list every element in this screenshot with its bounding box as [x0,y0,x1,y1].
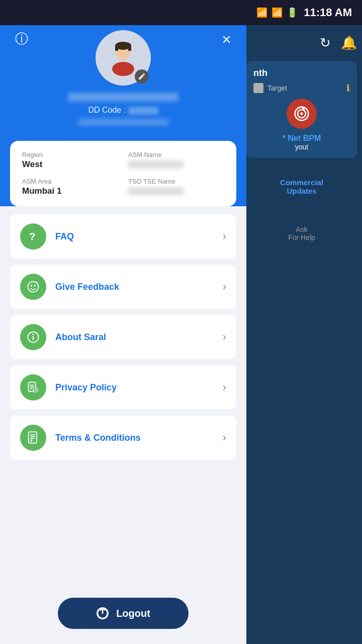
wifi-icon: 📶 [256,7,267,18]
faq-icon-circle: ? [20,223,46,250]
svg-rect-15 [33,336,34,340]
terms-icon-circle [20,425,46,451]
feedback-label: Give Feedback [55,282,223,292]
asm-area-value: Mumbai 1 [22,186,118,196]
logout-container: Logout [0,593,246,644]
tso-tse-label: TSO TSE Name [128,178,224,185]
asm-area-label: ASM Area [22,178,118,185]
month-title: nth [253,68,350,78]
privacy-chevron-icon: › [223,381,226,394]
target-icon-circle [287,99,317,129]
about-chevron-icon: › [223,331,226,344]
info-icon-right: ℹ [346,83,350,94]
terms-chevron-icon: › [223,431,226,444]
svg-point-16 [33,334,34,335]
asm-name-field: ASM Name [128,151,224,170]
drawer-panel: ⓘ × [0,0,246,644]
feedback-chevron-icon: › [223,280,226,293]
region-field: Region West [22,151,118,170]
info-icon-header[interactable]: ⓘ [15,30,28,48]
about-label: About Saral [55,332,223,343]
logout-button[interactable]: Logout [58,598,189,629]
target-label: Target [267,84,287,92]
status-icons: 📶 📶 🔋 [256,7,298,18]
svg-rect-7 [128,46,131,51]
dd-code-label: DD Code : [88,106,158,115]
region-value: West [22,159,118,170]
asm-name-label: ASM Name [128,151,224,158]
user-name-blurred [68,93,178,102]
svg-text:?: ? [29,230,36,242]
edit-avatar-badge[interactable] [135,69,149,84]
svg-point-2 [300,112,303,115]
bell-icon[interactable]: 🔔 [341,35,357,51]
close-icon[interactable]: × [222,30,231,49]
svg-point-13 [34,285,36,287]
svg-point-8 [112,62,134,76]
target-row: Target ℹ [253,83,350,94]
menu-list: ? FAQ › Give Feedback › [0,206,246,593]
region-label: Region [22,151,118,158]
svg-rect-9 [121,57,126,61]
commercial-updates: CommercialUpdates [280,178,323,195]
email-blurred [78,119,168,126]
menu-item-terms[interactable]: Terms & Conditions › [10,416,236,460]
svg-point-11 [28,282,39,292]
right-panel-header: ↻ 🔔 [246,35,357,51]
refresh-icon[interactable]: ↻ [320,35,331,51]
svg-rect-22 [29,432,37,443]
dd-value-blurred [128,107,158,115]
asm-name-value-blurred [128,160,184,169]
menu-item-about[interactable]: About Saral › [10,315,236,359]
faq-chevron-icon: › [223,230,226,243]
asm-area-field: ASM Area Mumbai 1 [22,178,118,196]
right-panel: ↻ 🔔 nth Target ℹ * Net BPM yout Commerci… [241,25,362,644]
info-card: Region West ASM Name ASM Area Mumbai 1 T… [10,141,236,206]
status-bar: 📶 📶 🔋 11:18 AM [0,0,362,25]
tso-tse-value-blurred [128,187,184,195]
battery-icon: 🔋 [287,7,298,18]
target-box [253,83,263,93]
menu-item-feedback[interactable]: Give Feedback › [10,265,236,309]
yout-text: yout [253,143,350,151]
about-icon-circle [20,324,46,350]
terms-label: Terms & Conditions [55,433,223,443]
svg-rect-6 [115,46,118,51]
avatar-container [96,30,151,86]
feedback-icon-circle [20,274,46,300]
logout-icon [96,607,109,620]
ask-help: AskFor Help [288,225,315,242]
logout-label: Logout [116,608,150,619]
bpm-text: * Net BPM [253,134,350,143]
privacy-icon-circle [20,374,46,400]
faq-label: FAQ [55,231,223,242]
menu-item-faq[interactable]: ? FAQ › [10,214,236,259]
svg-point-12 [31,285,33,287]
month-card: nth Target ℹ * Net BPM yout [246,61,357,158]
menu-item-privacy[interactable]: Privacy Policy › [10,365,236,410]
signal-icon: 📶 [272,7,283,18]
tso-tse-field: TSO TSE Name [128,178,224,196]
status-time: 11:18 AM [304,6,352,19]
privacy-label: Privacy Policy [55,382,223,393]
